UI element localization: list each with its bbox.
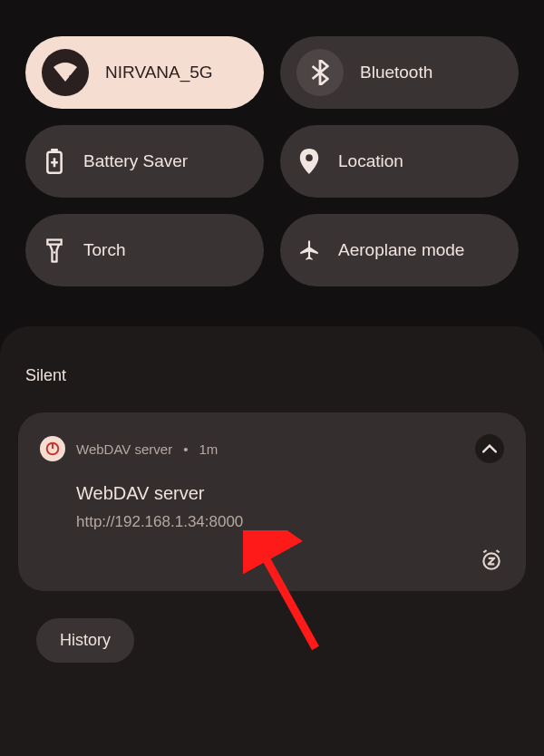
- collapse-button[interactable]: [475, 434, 504, 463]
- snooze-icon: [480, 548, 503, 572]
- quick-settings-panel: 5 NIRVANA_5G Bluetooth Battery Saver Loc…: [0, 0, 544, 305]
- battery-saver-tile[interactable]: Battery Saver: [25, 125, 264, 198]
- location-label: Location: [338, 151, 403, 171]
- svg-text:5: 5: [69, 73, 73, 82]
- notification-app-name: WebDAV server: [76, 441, 172, 457]
- bluetooth-tile[interactable]: Bluetooth: [280, 36, 519, 109]
- notification-separator: •: [183, 441, 188, 457]
- section-header-silent: Silent: [18, 366, 526, 385]
- airplane-icon: [296, 237, 322, 263]
- power-icon: [40, 436, 65, 461]
- notification-card[interactable]: WebDAV server • 1m WebDAV server http://…: [18, 412, 526, 591]
- notification-shade: Silent WebDAV server • 1m WebDAV server …: [0, 326, 544, 756]
- snooze-button[interactable]: [479, 548, 504, 573]
- notification-header: WebDAV server • 1m: [40, 434, 504, 463]
- battery-icon: [42, 149, 67, 174]
- svg-rect-3: [47, 240, 61, 245]
- torch-icon: [42, 237, 67, 263]
- wifi-tile[interactable]: 5 NIRVANA_5G: [25, 36, 264, 109]
- bluetooth-label: Bluetooth: [360, 63, 432, 82]
- notification-body: WebDAV server http://192.168.1.34:8000: [40, 483, 504, 573]
- wifi-label: NIRVANA_5G: [105, 63, 213, 82]
- aeroplane-label: Aeroplane mode: [338, 240, 464, 260]
- location-tile[interactable]: Location: [280, 125, 519, 198]
- notification-title: WebDAV server: [76, 483, 504, 504]
- wifi-icon: 5: [42, 49, 89, 96]
- torch-tile[interactable]: Torch: [25, 214, 264, 286]
- location-icon: [296, 149, 322, 174]
- notification-text: http://192.168.1.34:8000: [76, 513, 504, 531]
- svg-point-4: [53, 251, 56, 254]
- svg-rect-2: [51, 149, 58, 152]
- torch-label: Torch: [83, 240, 125, 260]
- bluetooth-icon: [296, 49, 344, 96]
- notification-time: 1m: [199, 441, 218, 457]
- battery-saver-label: Battery Saver: [83, 151, 188, 171]
- chevron-up-icon: [482, 444, 497, 453]
- aeroplane-mode-tile[interactable]: Aeroplane mode: [280, 214, 519, 286]
- history-button[interactable]: History: [36, 618, 134, 663]
